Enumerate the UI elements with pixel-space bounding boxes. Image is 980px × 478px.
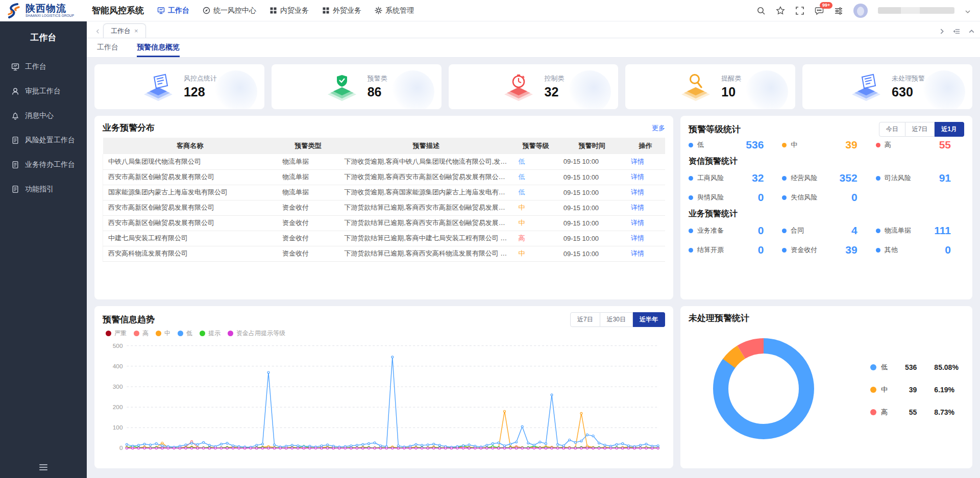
donut-legend-percent: 8.73% xyxy=(934,408,958,416)
credit-stats-title: 资信预警统计 xyxy=(689,156,964,167)
unhandled-alert-panel: 未处理预警统计 低53685.08%中396.19%高558.73% xyxy=(680,306,972,468)
page-tab-label: 工作台 xyxy=(111,27,131,36)
stat-card-4[interactable]: 未处理预警630 xyxy=(802,64,972,109)
tabs-scroll-right-icon[interactable] xyxy=(939,28,945,35)
document-icon xyxy=(11,185,19,193)
svg-text:200: 200 xyxy=(113,404,123,410)
svg-text:100: 100 xyxy=(113,424,123,431)
legend-label: 高 xyxy=(142,329,149,338)
avatar[interactable] xyxy=(853,4,868,18)
monitor-icon xyxy=(157,7,165,14)
stat-item-label: 其他 xyxy=(885,245,898,255)
cell-action: 详情 xyxy=(626,231,665,246)
stat-item-label: 舆情风险 xyxy=(697,193,724,202)
sub-tabbar: 工作台预警信息概览 xyxy=(87,38,980,58)
cell-alert-type: 物流单据 xyxy=(277,185,339,200)
logo[interactable]: 陕西物流 SHAANXI LOGISTICS GROUP xyxy=(5,2,87,19)
stat-dot-icon xyxy=(876,143,880,147)
stat-card-1[interactable]: 预警类86 xyxy=(272,64,442,109)
level-filter-1[interactable]: 近7日 xyxy=(905,122,935,137)
page-tab-workbench[interactable]: 工作台 × xyxy=(103,23,146,38)
legend-item[interactable]: 中 xyxy=(156,329,170,338)
gear-icon xyxy=(375,7,382,14)
sidebar-item-1[interactable]: 审批工作台 xyxy=(0,79,87,104)
legend-label: 中 xyxy=(164,329,170,338)
messages-icon[interactable]: 99+ xyxy=(815,6,824,15)
brand-name-cn: 陕西物流 xyxy=(26,4,74,13)
donut-legend-label[interactable]: 中 xyxy=(870,385,888,394)
tabs-menu-icon[interactable] xyxy=(953,28,960,35)
trend-filter-1[interactable]: 近30日 xyxy=(600,312,633,327)
nav-item-4[interactable]: 系统管理 xyxy=(375,6,414,15)
sidebar-item-label: 业务待办工作台 xyxy=(25,160,75,169)
donut-legend-label[interactable]: 高 xyxy=(870,408,888,417)
sidebar-item-label: 工作台 xyxy=(25,62,46,71)
sidebar-item-2[interactable]: 消息中心 xyxy=(0,104,87,128)
stat-item-value: 0 xyxy=(945,244,951,256)
donut-legend-name: 中 xyxy=(881,385,888,394)
top-header: 陕西物流 SHAANXI LOGISTICS GROUP 智能风控系统 工作台统… xyxy=(0,0,980,21)
legend-item[interactable]: 资金占用提示等级 xyxy=(228,329,285,338)
detail-link[interactable]: 详情 xyxy=(631,204,644,211)
level-filter-0[interactable]: 今日 xyxy=(879,122,905,137)
stat-card-2[interactable]: 控制类32 xyxy=(449,64,619,109)
cell-customer-name: 中建七局安装工程有限公司 xyxy=(103,231,277,246)
settings-sliders-icon[interactable] xyxy=(834,6,843,15)
subtab-0[interactable]: 工作台 xyxy=(97,38,118,57)
stat-item-label: 结算开票 xyxy=(697,245,724,255)
donut-legend-dot-icon xyxy=(870,387,876,393)
legend-dot-icon xyxy=(200,331,205,336)
stat-item: 结算开票0 xyxy=(689,244,777,256)
detail-link[interactable]: 详情 xyxy=(631,234,644,242)
legend-item[interactable]: 高 xyxy=(134,329,149,338)
collapse-tabbar-icon[interactable] xyxy=(968,28,975,35)
nav-item-3[interactable]: 外贸业务 xyxy=(322,6,361,15)
trend-filter-2[interactable]: 近半年 xyxy=(633,312,665,327)
level-stats-grid: 低536中39高55 xyxy=(689,139,964,151)
search-icon[interactable] xyxy=(756,6,766,15)
legend-item[interactable]: 严重 xyxy=(106,329,127,338)
sidebar-item-5[interactable]: 功能指引 xyxy=(0,177,87,202)
stat-cards-row: 风控点统计128 预警类86 控制类32 提醒类10 未处理预警630 xyxy=(94,64,972,109)
donut-legend-label[interactable]: 低 xyxy=(870,363,888,372)
stat-item-label: 高 xyxy=(885,140,891,149)
nav-item-1[interactable]: 统一风控中心 xyxy=(203,6,256,15)
detail-link[interactable]: 详情 xyxy=(631,188,644,196)
detail-link[interactable]: 详情 xyxy=(631,249,644,257)
cell-alert-time: 09-15 10:00 xyxy=(558,231,626,246)
level-filter-2[interactable]: 近1月 xyxy=(935,122,964,137)
legend-item[interactable]: 提示 xyxy=(200,329,220,338)
alert-col-header: 预警时间 xyxy=(558,138,626,154)
stat-item-label: 低 xyxy=(697,140,704,149)
favorite-star-icon[interactable] xyxy=(776,6,785,15)
more-link[interactable]: 更多 xyxy=(652,123,665,133)
chevron-down-icon[interactable] xyxy=(965,8,971,14)
tabs-scroll-left-icon[interactable] xyxy=(92,24,103,38)
stat-card-label: 控制类 xyxy=(544,74,564,83)
nav-item-2[interactable]: 内贸业务 xyxy=(270,6,309,15)
detail-link[interactable]: 详情 xyxy=(631,173,644,181)
sidebar-collapse-icon[interactable] xyxy=(0,463,87,472)
sidebar-item-4[interactable]: 业务待办工作台 xyxy=(0,153,87,177)
subtab-1[interactable]: 预警信息概览 xyxy=(137,38,180,57)
detail-link[interactable]: 详情 xyxy=(631,158,644,165)
nav-item-0[interactable]: 工作台 xyxy=(157,6,189,15)
cell-alert-time: 09-15 10:00 xyxy=(558,200,626,215)
trend-filter-0[interactable]: 近7日 xyxy=(570,312,600,327)
stat-item: 司法风险91 xyxy=(876,172,964,184)
stat-dot-icon xyxy=(876,176,880,181)
fullscreen-icon[interactable] xyxy=(795,6,804,15)
tab-close-icon[interactable]: × xyxy=(134,27,138,35)
legend-item[interactable]: 低 xyxy=(178,329,192,338)
alert-statistics-panel: 预警等级统计 今日近7日近1月 低536中39高55 资信预警统计 工商风险32… xyxy=(680,116,972,299)
nav-item-label: 工作台 xyxy=(168,6,189,15)
stat-card-0[interactable]: 风控点统计128 xyxy=(94,64,264,109)
stat-item: 业务准备0 xyxy=(689,224,777,237)
stat-card-3[interactable]: 提醒类10 xyxy=(625,64,795,109)
stat-card-text: 预警类86 xyxy=(368,74,387,99)
detail-link[interactable]: 详情 xyxy=(631,219,644,227)
sidebar-item-3[interactable]: 风险处置工作台 xyxy=(0,128,87,153)
topbar-actions: 99+ xyxy=(756,4,971,18)
stat-item-value: 39 xyxy=(845,244,857,256)
sidebar-item-0[interactable]: 工作台 xyxy=(0,55,87,79)
